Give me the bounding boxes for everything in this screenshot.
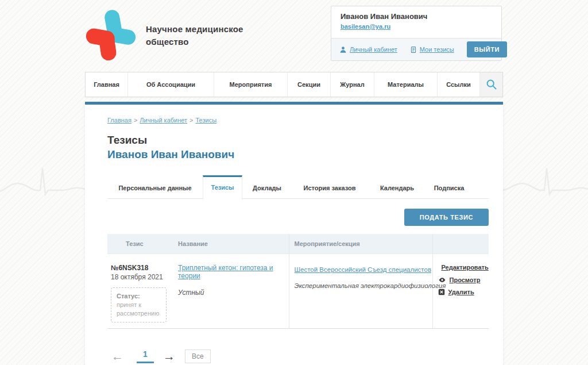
previous-page-arrow-icon[interactable]: ←	[111, 351, 123, 362]
medical-cross-logo-icon	[85, 9, 137, 62]
user-identity: Иванов Иван Иванович basilesan@ya.ru	[331, 6, 501, 38]
thesis-number: №6NSK318	[111, 264, 176, 272]
submit-thesis-button[interactable]: ПОДАТЬ ТЕЗИС	[404, 209, 489, 226]
document-icon	[410, 46, 417, 53]
nav-item-association[interactable]: Об Ассоциации	[128, 72, 214, 97]
tab-order-history[interactable]: История заказов	[292, 177, 368, 199]
search-button[interactable]	[480, 72, 502, 97]
breadcrumb-cabinet[interactable]: Личный кабинет	[140, 117, 187, 124]
delete-link[interactable]: Удалить	[448, 289, 474, 295]
theses-table: Тезис Название Мероприятие/секция №6NSK3…	[107, 234, 489, 329]
search-icon	[486, 79, 497, 90]
status-value: принят к рассмотрению	[117, 301, 159, 317]
eye-icon	[438, 276, 446, 283]
table-row: №6NSK318 18 октября 2021 Статус: принят …	[107, 253, 489, 328]
user-name: Иванов Иван Иванович	[341, 12, 492, 21]
top-header: Научное медицинское общество Иванов Иван…	[85, 0, 503, 72]
submit-row: ПОДАТЬ ТЕЗИС	[107, 209, 489, 226]
nav-item-home[interactable]: Главная	[86, 72, 128, 97]
nav-item-events[interactable]: Мероприятия	[214, 72, 288, 97]
breadcrumb-theses[interactable]: Тезисы	[196, 117, 217, 124]
nav-item-sections[interactable]: Секции	[288, 72, 331, 97]
table-header-row: Тезис Название Мероприятие/секция	[107, 234, 489, 253]
page-container: Научное медицинское общество Иванов Иван…	[85, 0, 503, 365]
tab-reports[interactable]: Доклады	[242, 177, 292, 199]
content-area: Главная>Личный кабинет>Тезисы Тезисы Ива…	[85, 105, 503, 365]
thesis-title-cell: Триплетный кетон: гипотеза и теории Устн…	[178, 253, 289, 328]
event-link[interactable]: Шестой Всероссийский Съезд специалистов	[295, 266, 432, 273]
site-name: Научное медицинское общество	[146, 23, 243, 48]
page-title: Тезисы	[107, 134, 489, 147]
view-action[interactable]: Просмотр	[438, 276, 487, 283]
tab-personal-data[interactable]: Персональные данные	[107, 177, 203, 199]
row-actions-cell: Редактировать Просмотр	[432, 253, 489, 328]
thesis-format: Устный	[178, 289, 287, 297]
thesis-date: 18 октября 2021	[111, 273, 176, 281]
breadcrumb-separator: >	[134, 117, 137, 124]
delete-icon	[438, 289, 445, 295]
delete-action[interactable]: Удалить	[438, 289, 487, 295]
nav-item-links[interactable]: Ссылки	[438, 72, 480, 97]
user-email-link[interactable]: basilesan@ya.ru	[341, 23, 390, 30]
edit-link[interactable]: Редактировать	[442, 264, 489, 271]
person-icon	[339, 46, 347, 53]
edit-action[interactable]: Редактировать	[438, 264, 487, 271]
tab-calendar[interactable]: Календарь	[368, 177, 427, 199]
status-badge: Статус: принят к рассмотрению	[111, 287, 167, 322]
nav-item-journal[interactable]: Журнал	[331, 72, 374, 97]
thesis-title-link[interactable]: Триплетный кетон: гипотеза и теории	[178, 264, 287, 280]
column-header-actions	[432, 234, 489, 253]
show-all-button[interactable]: Все	[185, 349, 211, 363]
user-panel: Иванов Иван Иванович basilesan@ya.ru Лич…	[331, 6, 502, 61]
status-label: Статус:	[117, 293, 140, 299]
nav-item-materials[interactable]: Материалы	[374, 72, 438, 97]
column-header-title: Название	[178, 234, 289, 253]
site-logo-block[interactable]: Научное медицинское общество	[85, 9, 243, 62]
page-number-current[interactable]: 1	[137, 349, 154, 363]
user-quick-links: Личный кабинет Мои тезисы ВЫЙТИ	[331, 38, 501, 60]
page-subtitle: Иванов Иван Иванович	[107, 148, 489, 161]
event-section: Экспериментальная электрокардиофизиологи…	[295, 282, 430, 289]
column-header-event: Мероприятие/секция	[289, 234, 432, 253]
logout-button[interactable]: ВЫЙТИ	[467, 41, 507, 57]
breadcrumb-separator: >	[189, 117, 193, 124]
my-theses-link[interactable]: Мои тезисы	[410, 46, 454, 53]
my-theses-label: Мои тезисы	[420, 46, 454, 53]
thesis-id-cell: №6NSK318 18 октября 2021 Статус: принят …	[107, 253, 178, 328]
next-page-arrow-icon[interactable]: →	[163, 351, 175, 362]
column-header-thesis: Тезис	[107, 234, 178, 253]
personal-cabinet-link[interactable]: Личный кабинет	[339, 46, 397, 53]
main-navigation: Главная Об Ассоциации Мероприятия Секции…	[85, 72, 503, 97]
ecg-decoration	[0, 163, 86, 203]
breadcrumb: Главная>Личный кабинет>Тезисы	[107, 117, 489, 124]
pagination: ← 1 → Все	[111, 349, 489, 365]
profile-tabs: Персональные данные Тезисы Доклады Истор…	[107, 177, 489, 199]
event-cell: Шестой Всероссийский Съезд специалистов …	[289, 253, 432, 328]
view-link[interactable]: Просмотр	[450, 276, 481, 283]
tab-theses[interactable]: Тезисы	[203, 175, 242, 199]
tab-subscription[interactable]: Подписка	[427, 177, 471, 199]
ecg-decoration	[503, 163, 588, 203]
breadcrumb-home[interactable]: Главная	[107, 117, 131, 124]
personal-cabinet-label: Личный кабинет	[350, 46, 397, 53]
